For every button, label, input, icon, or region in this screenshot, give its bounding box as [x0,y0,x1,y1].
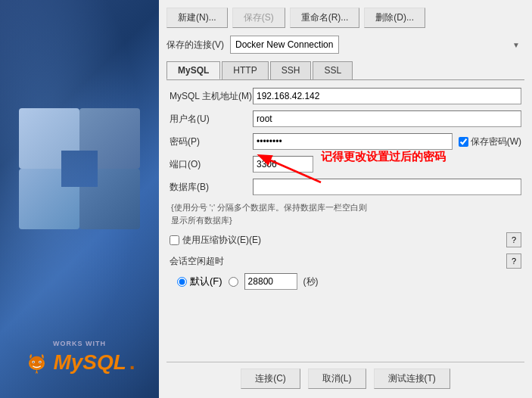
svg-point-4 [33,362,35,363]
new-button[interactable]: 新建(N)... [166,8,228,28]
sec-label: (秒) [303,275,319,288]
saved-connection-select[interactable]: Docker New Connection [230,36,339,54]
database-label: 数据库(B) [170,181,253,194]
host-label: MySQL 主机地址(M) [170,90,253,103]
tab-http[interactable]: HTTP [222,61,268,79]
puzzle-visual [19,108,140,229]
database-input[interactable] [253,179,521,195]
saved-connection-wrapper: Docker New Connection ▼ [230,36,524,54]
test-connection-button[interactable]: 测试连接(T) [374,368,450,389]
main-container: WORKS WITH MySQL. [0,0,532,398]
mysql-dot: . [129,350,135,375]
port-label: 端口(O) [170,158,253,171]
default-radio-label[interactable]: 默认(F) [177,275,222,288]
timeout-input[interactable] [244,273,297,290]
custom-radio-label[interactable] [229,277,238,287]
compress-help-button[interactable]: ? [506,232,521,247]
saved-connection-row: 保存的连接(V) Docker New Connection ▼ [166,36,524,54]
tabs-bar: MySQL HTTP SSH SSL [166,61,524,80]
compress-label: 使用压缩协议(E)(E) [182,234,261,247]
puzzle-piece-3 [19,169,79,229]
default-radio-text: 默认(F) [190,275,222,288]
delete-button[interactable]: 删除(D)... [364,8,425,28]
tab-ssh[interactable]: SSH [270,61,312,79]
timeout-row: 默认(F) (秒) [177,273,521,290]
session-row: 会话空闲超时 ? [170,253,521,269]
host-row: MySQL 主机地址(M) [170,88,521,104]
tab-ssl[interactable]: SSL [313,61,353,79]
database-row: 数据库(B) [170,179,521,195]
rename-button[interactable]: 重命名(R)... [290,8,360,28]
puzzle-piece-1 [19,108,79,169]
compress-row: 使用压缩协议(E)(E) ? [170,232,521,247]
port-input[interactable] [253,156,313,173]
password-label: 密码(P) [170,135,253,148]
help-text-content: {使用分号 ';' 分隔多个数据库。保持数据库一栏空白则显示所有数据库} [171,203,367,225]
mysql-text: MySQL [53,350,126,375]
password-row: 密码(P) 保存密码(W) [170,133,521,150]
save-password-label[interactable]: 保存密码(W) [459,135,521,148]
mysql-dolphin-icon [23,349,50,375]
save-button[interactable]: 保存(S) [232,8,285,28]
help-text: {使用分号 ';' 分隔多个数据库。保持数据库一栏空白则显示所有数据库} [170,201,521,226]
username-row: 用户名(U) [170,110,521,127]
annotation-text: 记得更改设置过后的密码 [321,150,446,164]
form-content: MySQL 主机地址(M) 用户名(U) 密码(P) 保存密码(W) [166,88,524,359]
works-with-text: WORKS WITH [23,340,135,347]
session-label: 会话空闲超时 [170,255,224,268]
username-input[interactable] [253,110,521,127]
session-help-button[interactable]: ? [506,253,521,269]
host-input[interactable] [253,88,521,104]
works-with-section: WORKS WITH MySQL. [23,340,135,375]
tab-mysql[interactable]: MySQL [166,61,220,79]
save-password-checkbox[interactable] [459,137,468,147]
password-input-area: 保存密码(W) [253,133,521,150]
connect-button[interactable]: 连接(C) [241,368,300,389]
right-panel: 新建(N)... 保存(S) 重命名(R)... 删除(D)... 保存的连接(… [159,0,532,398]
puzzle-piece-4 [79,169,140,229]
bottom-bar: 连接(C) 取消(L) 测试连接(T) [166,362,524,390]
custom-radio[interactable] [229,277,238,287]
save-password-text: 保存密码(W) [471,135,521,148]
dropdown-arrow-icon: ▼ [512,41,520,49]
port-annotation-area: 端口(O) 记得更改设置过后的密码 [170,156,521,173]
mysql-logo: MySQL. [23,349,135,375]
puzzle-pieces [8,15,151,322]
saved-connection-label: 保存的连接(V) [166,39,224,51]
cancel-button[interactable]: 取消(L) [308,368,366,389]
left-panel: WORKS WITH MySQL. [0,0,159,398]
username-label: 用户名(U) [170,113,253,126]
password-input[interactable] [253,133,453,150]
svg-point-5 [39,362,41,363]
compress-checkbox[interactable] [170,235,179,245]
toolbar: 新建(N)... 保存(S) 重命名(R)... 删除(D)... [166,8,524,28]
puzzle-piece-2 [79,108,140,169]
default-radio[interactable] [177,277,187,287]
